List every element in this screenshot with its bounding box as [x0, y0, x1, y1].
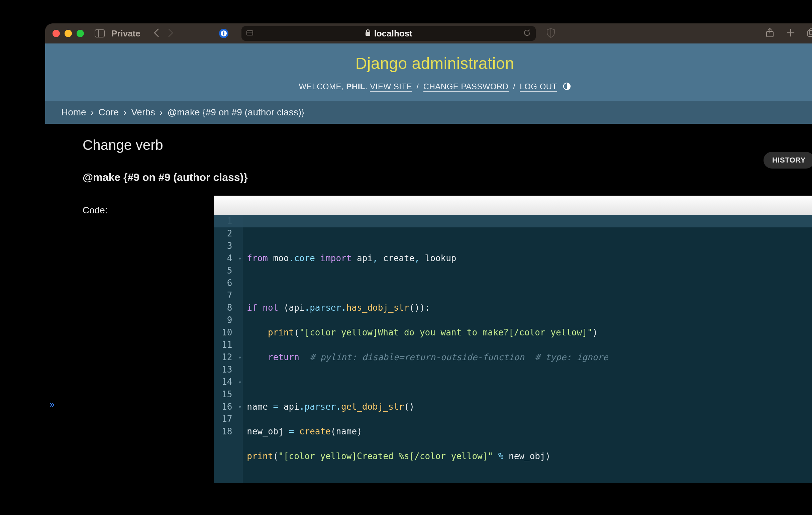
view-site-link[interactable]: VIEW SITE: [370, 82, 412, 92]
change-password-link[interactable]: CHANGE PASSWORD: [424, 82, 509, 92]
reload-button[interactable]: [523, 29, 531, 38]
line-number: 8: [222, 302, 232, 314]
fullscreen-window-button[interactable]: [77, 30, 84, 37]
username: PHIL: [346, 82, 365, 91]
breadcrumb-separator: ›: [121, 107, 128, 117]
line-number: 6: [222, 277, 232, 289]
code-content[interactable]: from moo.core import api, create, lookup…: [243, 215, 812, 483]
fold-toggle-icon[interactable]: ▾: [237, 376, 243, 388]
browser-toolbar: Private localhost: [45, 23, 812, 44]
welcome-label: WELCOME,: [299, 82, 346, 91]
close-window-button[interactable]: [53, 30, 60, 37]
line-number: 18: [222, 425, 232, 438]
code-editor-pane: 1 2 3 4 5 6 7 8 9 10: [214, 196, 812, 483]
line-number: 9: [222, 314, 232, 326]
line-number: 2: [222, 227, 232, 240]
site-settings-icon[interactable]: [246, 29, 254, 38]
line-number: 4: [222, 252, 232, 264]
object-heading: @make {#9 on #9 (author class)}: [83, 171, 812, 183]
line-number: 16: [222, 401, 232, 413]
page: Django administration WELCOME, PHIL. VIE…: [45, 44, 812, 483]
breadcrumb-home[interactable]: Home: [61, 107, 86, 117]
svg-rect-13: [808, 30, 812, 36]
page-heading: Change verb: [83, 137, 812, 153]
line-number: 3: [222, 240, 232, 252]
fold-toggle-icon[interactable]: ▾: [237, 252, 243, 264]
minimize-window-button[interactable]: [64, 30, 72, 37]
content: Change verb HISTORY @make {#9 on #9 (aut…: [59, 124, 812, 483]
line-number: 11: [222, 339, 232, 351]
tab-overview-button[interactable]: [807, 28, 812, 39]
share-button[interactable]: [765, 28, 774, 39]
private-label: Private: [111, 28, 141, 39]
svg-rect-12: [809, 29, 812, 35]
lock-icon: [365, 29, 371, 38]
fold-toggle-icon[interactable]: ▾: [237, 401, 243, 413]
code-editor[interactable]: 1 2 3 4 5 6 7 8 9 10: [214, 215, 812, 483]
site-header: Django administration: [45, 44, 812, 79]
welcome-period: .: [365, 82, 370, 91]
url-host: localhost: [374, 28, 412, 39]
breadcrumb-object: @make {#9 on #9 (author class)}: [168, 107, 304, 117]
theme-toggle-button[interactable]: [563, 82, 571, 92]
line-number: 13: [222, 364, 232, 376]
privacy-shield-icon[interactable]: [547, 28, 555, 39]
onepassword-extension-icon[interactable]: [219, 28, 229, 38]
breadcrumbs: Home › Core › Verbs › @make {#9 on #9 (a…: [45, 101, 812, 124]
breadcrumb-model[interactable]: Verbs: [131, 107, 155, 117]
line-number: 14: [222, 376, 232, 388]
svg-rect-5: [247, 31, 253, 35]
breadcrumb-separator: ›: [158, 107, 165, 117]
code-label: Code:: [83, 196, 214, 483]
line-number: 5: [222, 264, 232, 277]
current-line-highlight: [214, 215, 812, 227]
nav-forward-button[interactable]: [167, 28, 174, 39]
line-number: 15: [222, 388, 232, 401]
form-row-code: Code: 1 2 3 4 5: [83, 196, 812, 483]
window-controls: [53, 30, 84, 37]
history-button[interactable]: HISTORY: [763, 152, 812, 169]
nav-sidebar-collapsed: »: [45, 124, 59, 483]
site-title: Django administration: [45, 54, 812, 73]
log-out-link[interactable]: LOG OUT: [520, 82, 557, 92]
expand-sidebar-icon[interactable]: »: [50, 399, 55, 410]
address-bar[interactable]: localhost: [241, 26, 536, 41]
fold-gutter: ▾ ▾ ▾ ▾: [237, 215, 243, 483]
breadcrumb-app[interactable]: Core: [99, 107, 119, 117]
separator: /: [511, 82, 517, 91]
separator: /: [414, 82, 421, 91]
user-tools: WELCOME, PHIL. VIEW SITE / CHANGE PASSWO…: [45, 79, 812, 101]
svg-rect-7: [366, 32, 370, 36]
svg-rect-0: [95, 30, 104, 37]
browser-window: Private localhost: [45, 23, 812, 483]
breadcrumb-separator: ›: [89, 107, 96, 117]
line-number: 12: [222, 351, 232, 364]
line-number: 10: [222, 326, 232, 339]
nav-back-button[interactable]: [153, 28, 160, 39]
svg-rect-4: [223, 31, 224, 35]
sidebar-toggle-button[interactable]: [95, 29, 105, 37]
editor-toolbar[interactable]: [214, 196, 812, 215]
fold-toggle-icon[interactable]: ▾: [237, 351, 243, 364]
line-number: 17: [222, 413, 232, 425]
editor-gutter: 1 2 3 4 5 6 7 8 9 10: [214, 215, 237, 483]
line-number: 7: [222, 289, 232, 302]
new-tab-button[interactable]: [786, 28, 795, 38]
